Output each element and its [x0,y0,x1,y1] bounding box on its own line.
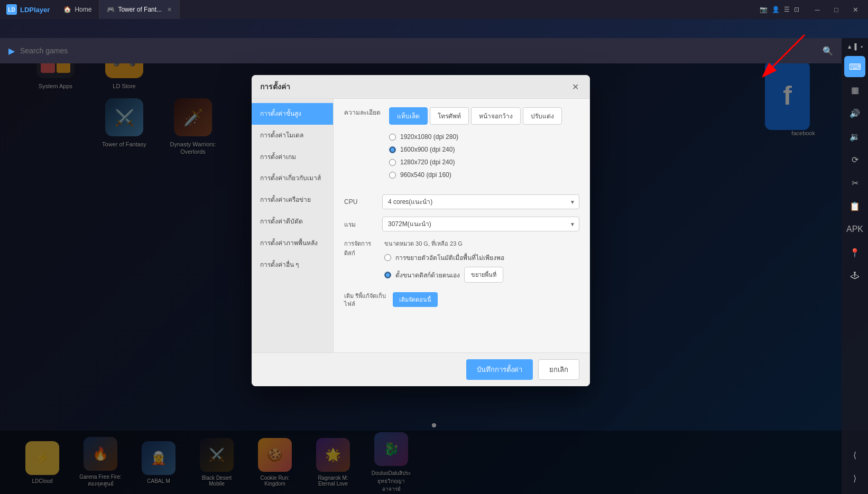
res-1280[interactable]: 1280x720 (dpi 240) [389,159,579,166]
resolution-label: ความละเอียด [344,107,381,117]
sidebar-expand-btn[interactable]: ⟨ [844,444,865,465]
battery-icon: ▪ [861,43,863,50]
tab-tof-icon: 🎮 [107,6,115,13]
sidebar-location-btn[interactable]: 📍 [844,242,865,263]
cpu-select-wrapper: 4 cores(แนะนำ) ▼ [382,194,579,209]
sidebar-shrink-btn[interactable]: ⟩ [844,468,865,489]
res-1280-radio[interactable] [389,159,396,166]
main-area: 18:14 น. 🔧 System Apps 🎮 LD Store ⚔️ Tow… [0,19,868,494]
storage-auto-text: การขยายตัวอัตโนมัติเมื่อพื้นที่ไม่เพียงพ… [395,253,504,263]
presets-button[interactable]: เดิมจัดตอนนี้ [393,292,438,307]
sidebar-grid-btn[interactable]: ▦ [844,79,865,100]
ram-label: แรม [344,219,376,229]
storage-manual-label[interactable]: ตั้งขนาดดิสก์ด้วยตนเอง [384,270,460,280]
title-bar-controls: ─ □ ✕ [805,3,868,16]
maximize-button[interactable]: □ [828,3,845,16]
nav-background[interactable]: การตั้งค่าภาพพื้นหลัง [252,232,333,254]
sidebar-clipboard-btn[interactable]: 📋 [844,195,865,217]
sidebar-apk-btn[interactable]: APK [844,219,865,240]
logo-icon: LD [6,4,17,15]
storage-info: ขนาดหมวด 30 G, ที่เหลือ 23 G [384,239,579,248]
ram-select[interactable]: 3072M(แนะนำ) [382,217,579,231]
settings-modal: การตั้งค่า ✕ การตั้งค่าขั้นสูง การตั้งค่… [252,75,590,386]
res-1600[interactable]: 1600x900 (dpi 240) [389,146,579,153]
tab-home[interactable]: 🏠 Home [56,0,99,19]
storage-manual-radio[interactable] [384,272,391,278]
nav-model[interactable]: การตั้งค่าโมเดล [252,125,333,146]
tab-home-label: Home [75,6,91,13]
storage-label: การจัดการดิสก์ [344,239,376,258]
search-input[interactable] [20,46,817,55]
tab-screen[interactable]: หน้าจอกว้าง [471,107,521,125]
play-icon: ▶ [8,46,15,56]
multiwindow-icon[interactable]: ⊡ [794,6,799,13]
storage-auto-label[interactable]: การขยายตัวอัตโนมัติเมื่อพื้นที่ไม่เพียงพ… [384,253,504,263]
ld-logo: LD LDPlayer [0,4,56,15]
title-bar-icons: 📷 👤 ☰ ⊡ [754,6,805,13]
sidebar-scissors-btn[interactable]: ✂ [844,172,865,193]
tab-home-icon: 🏠 [63,6,71,13]
modal-close-button[interactable]: ✕ [569,80,581,93]
tab-tof[interactable]: 🎮 Tower of Fant... ✕ [99,0,180,19]
nav-performance[interactable]: การตั้งค่าขั้นสูง [252,103,333,125]
signal-icon: ▌ [855,43,859,50]
sidebar-rotate-btn[interactable]: ⟳ [844,149,865,170]
nav-mouse[interactable]: การตั้งค่าเกี่ยวกับเมาส์ [252,167,333,189]
search-bar: ▶ 🔍 [0,38,842,63]
resolution-section: ความละเอียด แท็บเล็ต โทรศัพท์ หน้าจอกว้า… [344,107,579,187]
storage-manual-text: ตั้งขนาดดิสก์ด้วยตนเอง [395,270,460,280]
status-icons: ▲ ▌ ▪ [847,43,863,50]
app-name: LDPlayer [20,6,50,14]
tab-custom[interactable]: ปรับแต่ง [523,107,562,125]
modal-header: การตั้งค่า ✕ [252,75,590,99]
title-bar: LD LDPlayer 🏠 Home 🎮 Tower of Fant... ✕ … [0,0,868,19]
storage-row-manual: ตั้งขนาดดิสก์ด้วยตนเอง ขยายพื้นที่ [384,267,579,283]
res-1920-label: 1920x1080 (dpi 280) [400,133,458,141]
res-1920-radio[interactable] [389,134,396,141]
storage-row-auto: การขยายตัวอัตโนมัติเมื่อพื้นที่ไม่เพียงพ… [384,253,579,263]
nav-game[interactable]: การตั้งค่าเกม [252,146,333,168]
res-1920[interactable]: 1920x1080 (dpi 280) [389,133,579,141]
res-1600-radio[interactable] [389,146,396,153]
wifi-icon: ▲ [847,43,853,50]
ram-row: แรม 3072M(แนะนำ) ▼ [344,217,579,231]
tab-phone[interactable]: โทรศัพท์ [430,107,469,125]
ram-select-wrapper: 3072M(แนะนำ) ▼ [382,217,579,231]
minimize-button[interactable]: ─ [809,3,826,16]
res-960[interactable]: 960x540 (dpi 160) [389,171,579,179]
menu-icon[interactable]: ☰ [784,6,790,13]
cpu-select[interactable]: 4 cores(แนะนำ) [382,194,579,209]
close-button[interactable]: ✕ [847,3,864,16]
tab-tablet[interactable]: แท็บเล็ต [389,107,428,125]
search-icon[interactable]: 🔍 [823,46,833,56]
res-960-label: 960x540 (dpi 160) [400,171,451,179]
presets-row: เดิม รีพี้แก้จัดเก็บ ไฟล์ เดิมจัดตอนนี้ [344,292,579,309]
storage-controls: ขนาดหมวด 30 G, ที่เหลือ 23 G การขยายตัวอ… [384,239,579,287]
cpu-row: CPU 4 cores(แนะนำ) ▼ [344,194,579,209]
sidebar-volume-down-btn[interactable]: 🔉 [844,126,865,147]
right-sidebar: ▲ ▌ ▪ ⌨ ▦ 🔊 🔉 ⟳ ✂ 📋 APK 📍 🕹 ⟨ ⟩ [842,38,868,494]
camera-icon[interactable]: 📷 [760,6,768,13]
tab-tof-label: Tower of Fant... [118,6,162,13]
nav-other[interactable]: การตั้งค่าอื่น ๆ [252,254,333,276]
tab-bar: 🏠 Home 🎮 Tower of Fant... ✕ [56,0,754,19]
resolution-controls: แท็บเล็ต โทรศัพท์ หน้าจอกว้าง ปรับแต่ง 1… [389,107,579,187]
res-1280-label: 1280x720 (dpi 240) [400,159,455,166]
storage-auto-radio[interactable] [384,254,391,261]
save-button[interactable]: บันทึกการตั้งค่า [466,359,533,380]
cancel-button[interactable]: ยกเลิก [538,359,579,380]
expand-storage-button[interactable]: ขยายพื้นที่ [464,267,503,283]
sidebar-keyboard-btn[interactable]: ⌨ [844,56,865,77]
modal-body: การตั้งค่าขั้นสูง การตั้งค่าโมเดล การตั้… [252,99,590,352]
sidebar-volume-up-btn[interactable]: 🔊 [844,102,865,124]
modal-content: ความละเอียด แท็บเล็ต โทรศัพท์ หน้าจอกว้า… [334,99,590,352]
res-1600-label: 1600x900 (dpi 240) [400,146,455,153]
res-960-radio[interactable] [389,172,396,179]
nav-network[interactable]: การตั้งค่าเครือข่าย [252,189,333,211]
user-icon[interactable]: 👤 [772,6,780,13]
modal-overlay: ▶ 🔍 การตั้งค่า ✕ การตั้งค่าขั้นสูง การตั… [0,38,842,494]
nav-shortcut[interactable]: การตั้งค่าตีบัตัด [252,211,333,232]
sidebar-joystick-btn[interactable]: 🕹 [844,265,865,286]
tab-tof-close[interactable]: ✕ [167,6,172,13]
resolution-tabs: แท็บเล็ต โทรศัพท์ หน้าจอกว้าง ปรับแต่ง [389,107,579,125]
